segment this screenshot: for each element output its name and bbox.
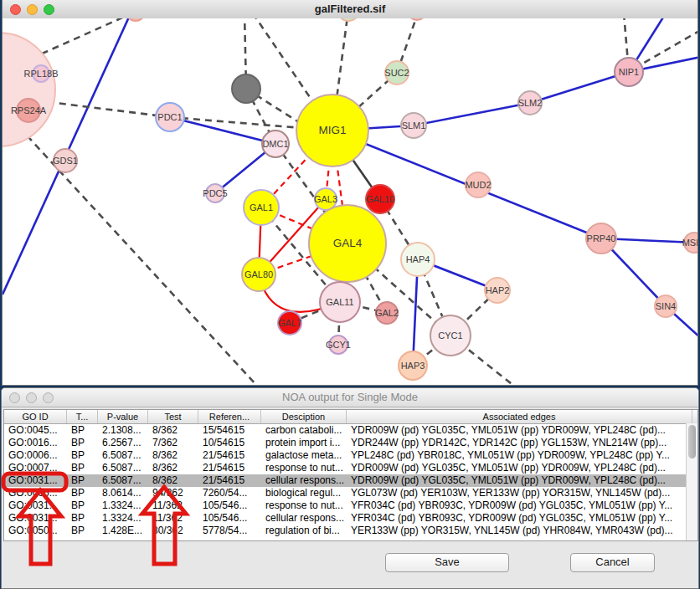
table-cell: cellular respons... bbox=[261, 474, 347, 487]
table-cell: 8/362 bbox=[148, 449, 198, 462]
table-cell: regulation of bi... bbox=[261, 525, 347, 537]
table-row[interactable]: GO:0006...BP6.5087...8/36221/54615galact… bbox=[4, 449, 697, 462]
node-label-SIN4: SIN4 bbox=[656, 301, 676, 311]
node-label-PDC1: PDC1 bbox=[157, 112, 182, 122]
table-cell: GO:0065... bbox=[4, 487, 67, 499]
table-cell: 6.2567... bbox=[98, 437, 148, 449]
node-label-HAP2: HAP2 bbox=[486, 285, 510, 295]
table-cell: GO:0050... bbox=[4, 525, 67, 537]
scrollbar-thumb[interactable] bbox=[688, 425, 696, 458]
node-big-left[interactable] bbox=[3, 33, 55, 146]
table-cell: GO:0016... bbox=[4, 437, 67, 449]
table-row[interactable]: GO:0016...BP6.2567...7/36210/54615protei… bbox=[4, 437, 697, 449]
node-label-GAL3: GAL3 bbox=[314, 194, 337, 204]
table-cell: BP bbox=[67, 462, 98, 474]
table-cell: YFR034C (pd) YBR093C, YDR009W (pd) YGL03… bbox=[347, 512, 692, 525]
node-label-HAP4: HAP4 bbox=[406, 254, 430, 264]
table-cell: YDR009W (pd) YGL035C, YML051W (pp) YDR00… bbox=[347, 424, 692, 437]
table-row[interactable]: GO:0045...BP2.1308...8/36215/54615carbon… bbox=[4, 424, 697, 437]
node-label-MIG1: MIG1 bbox=[318, 124, 346, 136]
column-header-p-value[interactable]: P-value bbox=[98, 410, 148, 423]
column-header-t-[interactable]: T... bbox=[67, 410, 98, 423]
table-row[interactable]: GO:0065...BP8.0614...94/3627260/54...bio… bbox=[4, 487, 697, 499]
column-header-desciption[interactable]: Desciption bbox=[261, 410, 347, 423]
table-cell: cellular respons... bbox=[261, 512, 347, 525]
table-cell: 6.5087... bbox=[98, 462, 148, 474]
table-row[interactable]: GO:0050...BP1.428E...80/3625778/54...reg… bbox=[4, 525, 697, 537]
node-label-GAL4: GAL4 bbox=[333, 237, 363, 249]
save-button[interactable]: Save bbox=[385, 553, 509, 572]
node-label-RPS24A: RPS24A bbox=[11, 105, 47, 115]
table-cell: BP bbox=[67, 487, 98, 499]
node-label-HAP3: HAP3 bbox=[401, 361, 425, 371]
table-cell: GO:0007... bbox=[4, 462, 67, 474]
table-cell: 94/362 bbox=[148, 487, 198, 499]
column-header-associated-edges[interactable]: Associated edges bbox=[347, 410, 692, 423]
table-cell: 11/362 bbox=[148, 512, 198, 525]
table-cell: 11/362 bbox=[148, 499, 198, 512]
edge bbox=[36, 100, 170, 117]
table-cell: YDR244W (pp) YDR142C, YDR142C (pp) YGL15… bbox=[347, 437, 692, 449]
cancel-button[interactable]: Cancel bbox=[570, 553, 655, 572]
table-cell: YPL248C (pd) YBR018C, YML051W (pp) YDR00… bbox=[347, 449, 692, 462]
table-row[interactable]: GO:0031...BP1.3324...11/362105/546...res… bbox=[4, 499, 697, 512]
table-cell: YDR009W (pd) YGL035C, YML051W (pp) YDR00… bbox=[347, 462, 692, 474]
table-cell: 10/54615 bbox=[198, 437, 261, 449]
node-label-GAL7: GAL7 bbox=[278, 318, 301, 328]
noa-titlebar[interactable]: NOA output for Single Mode bbox=[2, 388, 698, 407]
table-cell: 5778/54... bbox=[198, 525, 261, 537]
node-label-NIP1: NIP1 bbox=[619, 67, 639, 77]
network-canvas[interactable]: RPL18BRPS24AGDS1PDC1PDC5DMC1MIG1SUC2SLM1… bbox=[3, 18, 698, 386]
column-header-referen-[interactable]: Referen... bbox=[198, 410, 261, 423]
noa-results-table: GO IDT...P-valueTestReferen...Desciption… bbox=[3, 409, 698, 541]
table-header-row[interactable]: GO IDT...P-valueTestReferen...Desciption… bbox=[4, 410, 697, 424]
table-cell: BP bbox=[67, 424, 98, 437]
node-gray-node[interactable] bbox=[232, 74, 260, 103]
table-cell: BP bbox=[67, 512, 98, 525]
table-cell: 8.0614... bbox=[98, 487, 148, 499]
node-label-GDS1: GDS1 bbox=[53, 156, 78, 166]
table-cell: BP bbox=[67, 525, 98, 537]
edge bbox=[414, 103, 530, 125]
node-label-CYC1: CYC1 bbox=[438, 330, 462, 341]
table-cell: GO:0031... bbox=[4, 499, 67, 512]
table-cell: protein import i... bbox=[261, 437, 347, 449]
table-cell: 15/54615 bbox=[198, 424, 261, 437]
noa-window-title: NOA output for Single Mode bbox=[2, 391, 698, 403]
table-cell: biological regul... bbox=[261, 487, 347, 499]
table-cell: 1.3324... bbox=[98, 499, 148, 512]
node-label-PRP40: PRP40 bbox=[587, 233, 616, 243]
table-row[interactable]: GO:0031...BP6.5087...8/36221/54615cellul… bbox=[4, 474, 697, 487]
column-header-test[interactable]: Test bbox=[148, 410, 198, 423]
node-clip-top-2[interactable] bbox=[408, 18, 426, 20]
table-cell: 1.428E... bbox=[98, 525, 148, 537]
node-label-RPL18B: RPL18B bbox=[24, 69, 59, 79]
table-cell: 80/362 bbox=[148, 525, 198, 537]
table-cell: BP bbox=[67, 449, 98, 462]
table-row[interactable]: GO:0031...BP1.3324...11/362105/546...cel… bbox=[4, 512, 697, 525]
network-titlebar[interactable]: galFiltered.sif bbox=[3, 0, 697, 19]
table-row[interactable]: GO:0007...BP6.5087...8/36221/54615respon… bbox=[4, 462, 697, 474]
table-cell: YGL073W (pd) YER103W, YER133W (pp) YOR31… bbox=[347, 487, 692, 499]
node-clip-top-green[interactable] bbox=[337, 18, 359, 21]
table-cell: 8/362 bbox=[148, 474, 198, 487]
table-cell: 6.5087... bbox=[98, 449, 148, 462]
table-cell: 7260/54... bbox=[198, 487, 261, 499]
node-clip-top-1[interactable] bbox=[126, 18, 145, 21]
noa-window: NOA output for Single Mode GO IDT...P-va… bbox=[1, 387, 699, 589]
node-label-SLM1: SLM1 bbox=[402, 120, 426, 131]
table-cell: BP bbox=[67, 474, 98, 487]
table-cell: 8/362 bbox=[148, 424, 198, 437]
table-scrollbar[interactable] bbox=[686, 423, 697, 540]
table-cell: 21/54615 bbox=[198, 449, 261, 462]
node-label-MUD2: MUD2 bbox=[465, 180, 491, 190]
table-cell: GO:0006... bbox=[4, 449, 67, 462]
node-label-GAL2: GAL2 bbox=[375, 308, 399, 318]
table-cell: 21/54615 bbox=[198, 474, 261, 487]
network-window: galFiltered.sif RPL18BRPS24AGDS1PDC1PDC5… bbox=[2, 0, 698, 386]
column-header-go-id[interactable]: GO ID bbox=[4, 410, 67, 423]
node-label-MSL5: MSL5 bbox=[682, 238, 698, 248]
node-label-GAL11: GAL11 bbox=[326, 297, 353, 307]
node-label-GAL1: GAL1 bbox=[250, 202, 273, 213]
table-cell: 105/546... bbox=[198, 512, 261, 525]
